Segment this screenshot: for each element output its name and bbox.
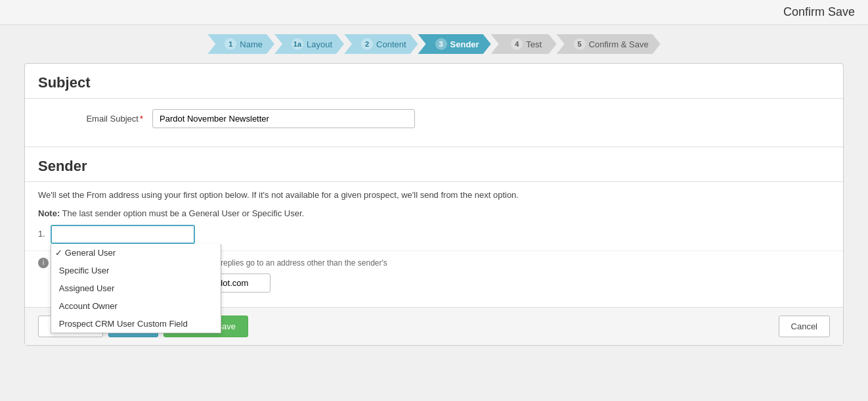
step-num-5: 5: [574, 38, 586, 50]
step-num-4: 4: [511, 38, 523, 50]
dropdown-number-row: 1. ✓ General User Specific User: [38, 225, 830, 244]
sender-option-general-user[interactable]: ✓ General User: [51, 244, 221, 262]
step-label-confirm: Confirm & Save: [589, 39, 649, 49]
sender-option-account-owner[interactable]: Account Owner: [51, 297, 221, 315]
step-label-name: Name: [240, 39, 263, 49]
wizard-bar: 1 Name 1a Layout 2 Content 3 Sender 4 Te…: [0, 25, 868, 63]
subject-body: Email Subject*: [25, 99, 843, 147]
sender-dropdown-selected-value: [57, 229, 60, 239]
wizard-step-sender[interactable]: 3 Sender: [418, 34, 491, 54]
sender-dropdown-menu: ✓ General User Specific User Assigned Us…: [51, 244, 221, 333]
sender-description: We'll set the From address using your fi…: [25, 182, 843, 207]
top-bar-title: Confirm Save: [783, 5, 855, 19]
email-subject-input[interactable]: [152, 109, 415, 128]
top-bar: Confirm Save: [0, 0, 868, 25]
dropdown-number-label: 1.: [38, 225, 45, 239]
card: Subject Email Subject* Sender We'll set …: [24, 63, 844, 346]
sender-dropdown-wrapper[interactable]: ✓ General User Specific User Assigned Us…: [51, 225, 195, 244]
wizard-step-name[interactable]: 1 Name: [207, 34, 274, 54]
step-label-sender: Sender: [450, 39, 479, 49]
step-num-2: 2: [361, 38, 373, 50]
wizard-step-confirm[interactable]: 5 Confirm & Save: [557, 34, 661, 54]
sender-heading: Sender: [25, 147, 843, 182]
email-subject-label: Email Subject*: [38, 114, 143, 124]
wizard-step-test[interactable]: 4 Test: [491, 34, 557, 54]
wizard-step-content[interactable]: 2 Content: [344, 34, 418, 54]
sender-note: Note: The last sender option must be a G…: [25, 207, 843, 225]
sender-option-crm-field[interactable]: Prospect CRM User Custom Field: [51, 315, 221, 333]
step-num-3: 3: [435, 38, 447, 50]
main-container: Subject Email Subject* Sender We'll set …: [14, 63, 854, 356]
checkmark-icon: ✓: [55, 248, 62, 258]
step-num-1a: 1a: [292, 38, 303, 50]
sender-dropdown-header[interactable]: [52, 226, 194, 243]
step-num-1: 1: [225, 38, 236, 50]
email-subject-row: Email Subject*: [38, 109, 830, 128]
wizard-step-layout[interactable]: 1a Layout: [274, 34, 344, 54]
step-label-content: Content: [376, 39, 406, 49]
cancel-button[interactable]: Cancel: [779, 316, 830, 337]
info-icon: i: [38, 258, 49, 268]
sender-option-specific-user[interactable]: Specific User: [51, 262, 221, 279]
step-label-test: Test: [526, 39, 542, 49]
subject-heading: Subject: [25, 64, 843, 99]
sender-dropdown-area: 1. ✓ General User Specific User: [25, 225, 843, 250]
step-label-layout: Layout: [307, 39, 332, 49]
sender-dropdown-box[interactable]: ✓ General User Specific User Assigned Us…: [51, 225, 195, 244]
sender-option-assigned-user[interactable]: Assigned User: [51, 279, 221, 297]
